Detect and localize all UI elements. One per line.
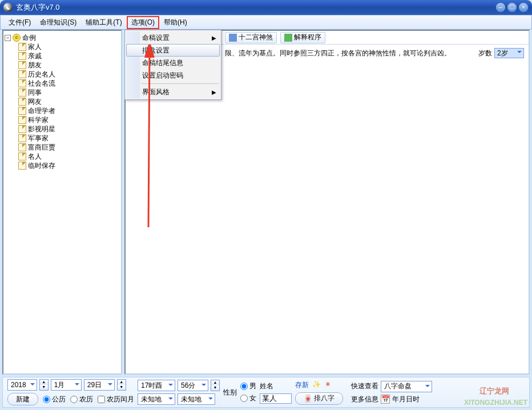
minute-spinner[interactable]: ▲▼: [211, 380, 220, 391]
menu-options[interactable]: 选项(O): [127, 16, 159, 29]
dd-item-minggao[interactable]: 命稿设置▶: [126, 31, 220, 44]
minimize-button[interactable]: –: [495, 2, 506, 13]
tree-item[interactable]: 富商巨贾: [18, 143, 120, 152]
day-select[interactable]: 29日: [84, 379, 115, 391]
tree-item[interactable]: 历史名人: [18, 70, 120, 79]
tree-item[interactable]: 临时保存: [18, 161, 120, 170]
tree-children: 家人亲戚朋友历史名人社会名流同事网友命理学者科学家影视明星军事家富商巨贾名人临时…: [5, 42, 120, 170]
year-select[interactable]: 2018: [7, 379, 37, 391]
age-value: 2岁: [497, 49, 508, 58]
loc-value: 未知地: [141, 395, 162, 404]
menu-knowledge[interactable]: 命理知识(S): [35, 16, 81, 29]
spin-up-icon[interactable]: ▲: [211, 380, 219, 385]
dd-label: 命稿设置: [142, 33, 170, 43]
tree-panel[interactable]: − ☺ 命例 家人亲戚朋友历史名人社会名流同事网友命理学者科学家影视明星军事家富…: [2, 30, 122, 375]
doc-icon: [18, 61, 26, 69]
dd-item-password[interactable]: 设置启动密码: [126, 69, 220, 82]
quickview-select[interactable]: 八字命盘: [381, 381, 432, 392]
age-select[interactable]: 2岁: [494, 48, 524, 58]
tree-item[interactable]: 网友: [18, 97, 120, 106]
spin-down-icon[interactable]: ▼: [40, 385, 48, 390]
btn-label: 排八字: [314, 393, 334, 403]
doc-icon: [18, 98, 26, 106]
tree-item[interactable]: 影视明星: [18, 124, 120, 134]
tree-item-label: 社会名流: [28, 79, 55, 89]
tree-item[interactable]: 军事家: [18, 134, 120, 143]
day-value: 29日: [87, 380, 102, 390]
doc-icon: [18, 152, 26, 160]
tree-item[interactable]: 科学家: [18, 115, 120, 124]
check-label: 农历闰月: [107, 395, 134, 404]
menu-tools[interactable]: 辅助工具(T): [81, 16, 126, 29]
month-select[interactable]: 1月: [51, 379, 82, 391]
doc-icon: [18, 116, 26, 124]
tree-item[interactable]: 亲戚: [18, 51, 120, 61]
spin-down-icon[interactable]: ▼: [211, 385, 219, 391]
maximize-button[interactable]: □: [507, 2, 517, 13]
tree-item-label: 历史名人: [28, 70, 55, 79]
tree-item[interactable]: 家人: [18, 42, 120, 51]
grid-icon: [229, 34, 237, 42]
wand-icon[interactable]: ✨: [312, 380, 321, 389]
paiba-button[interactable]: 🀄排八字: [295, 392, 343, 405]
btn-explain[interactable]: 解释程序: [280, 32, 325, 43]
collapse-icon[interactable]: −: [5, 35, 11, 41]
tree-root-row[interactable]: − ☺ 命例: [5, 33, 120, 42]
smiley-icon: ☺: [13, 34, 21, 42]
radio-lunar[interactable]: 农历: [70, 395, 93, 404]
tree-item-label: 家人: [28, 42, 42, 52]
calendar-icon[interactable]: 📅: [381, 395, 390, 404]
loc1-select[interactable]: 未知地: [138, 393, 175, 405]
quickview-label: 快速查看: [351, 381, 378, 391]
name-input[interactable]: [260, 393, 292, 404]
dd-label: 排盘设置: [142, 46, 170, 55]
menu-help[interactable]: 帮助(H): [159, 16, 192, 29]
close-button[interactable]: ×: [518, 2, 529, 13]
radio-solar[interactable]: 公历: [43, 395, 66, 404]
dd-item-style[interactable]: 界面风格▶: [126, 86, 220, 98]
save-link[interactable]: 存新: [295, 380, 309, 390]
window-buttons: – □ ×: [495, 2, 529, 13]
window-title: 玄奥八字v7.0: [16, 2, 60, 13]
quickview-value: 八字命盘: [384, 381, 412, 391]
btn-label: 十二宫神煞: [239, 33, 273, 42]
hour-select[interactable]: 17时酉: [138, 380, 175, 391]
radio-female[interactable]: 女: [240, 393, 256, 403]
doc-icon: [18, 134, 26, 142]
radio-male[interactable]: 男: [240, 381, 256, 391]
menu-file[interactable]: 文件(F): [4, 16, 35, 29]
doc-icon: [18, 107, 26, 115]
tree-item[interactable]: 社会名流: [18, 79, 120, 88]
btn-twelve-palaces[interactable]: 十二宫神煞: [225, 32, 277, 43]
spin-up-icon[interactable]: ▲: [40, 380, 48, 385]
tree-item-label: 朋友: [28, 61, 42, 70]
doc-icon: [18, 125, 26, 133]
sun-icon[interactable]: ☀: [325, 380, 334, 389]
dd-item-tail[interactable]: 命稿结尾信息: [126, 57, 220, 69]
app-icon: ☯: [3, 3, 13, 12]
year-spinner[interactable]: ▲▼: [39, 379, 49, 391]
check-leap[interactable]: 农历闰月: [98, 395, 134, 404]
doc-icon: [18, 162, 26, 170]
spin-down-icon[interactable]: ▼: [118, 385, 126, 390]
tree-item[interactable]: 名人: [18, 152, 120, 161]
tree-item[interactable]: 命理学者: [18, 106, 120, 115]
refresh-icon: [284, 34, 292, 42]
minute-select[interactable]: 56分: [178, 380, 208, 391]
radio-label: 农历: [79, 395, 93, 404]
radio-label: 男: [249, 381, 256, 391]
tree-item[interactable]: 同事: [18, 88, 120, 97]
chevron-right-icon: ▶: [212, 35, 216, 41]
tree-item-label: 亲戚: [28, 51, 42, 61]
spin-up-icon[interactable]: ▲: [118, 380, 126, 385]
age-label: 岁数: [478, 49, 492, 58]
new-button[interactable]: 新建: [7, 393, 38, 405]
day-spinner[interactable]: ▲▼: [117, 379, 126, 391]
loc2-select[interactable]: 未知地: [178, 393, 215, 405]
tree-item[interactable]: 朋友: [18, 61, 120, 70]
dd-item-paipan[interactable]: 排盘设置: [126, 44, 220, 57]
tree-item-label: 命理学者: [28, 106, 55, 116]
tree-item-label: 网友: [28, 97, 42, 107]
moreinfo-link[interactable]: 年月日时: [392, 395, 420, 404]
radio-label: 公历: [52, 395, 66, 404]
